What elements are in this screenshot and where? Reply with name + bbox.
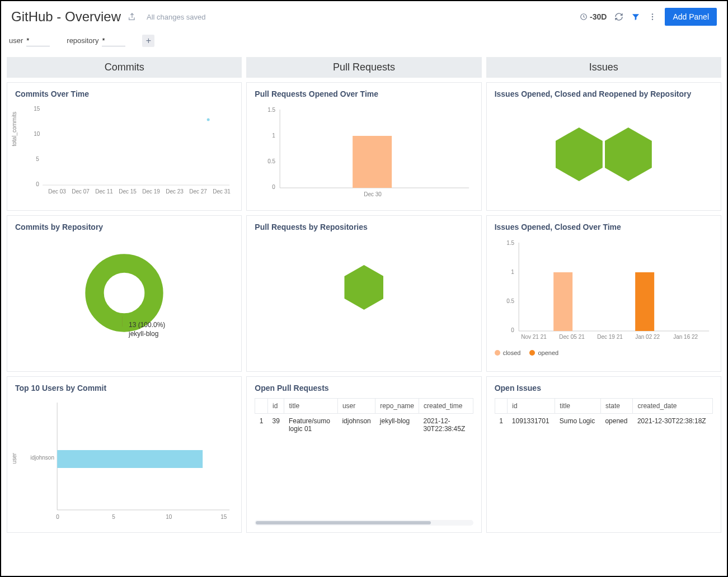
section-header-pulls: Pull Requests — [246, 57, 481, 78]
panel-title: Pull Requests Opened Over Time — [255, 89, 473, 98]
panel-top-users: Top 10 Users by Commit user idjohnson 0 … — [7, 376, 242, 533]
svg-text:Jan 02 22: Jan 02 22 — [635, 334, 660, 340]
users-bar-chart: idjohnson 0 5 10 15 — [15, 398, 233, 524]
filter-bar: user repository + — [1, 32, 727, 57]
svg-text:1.5: 1.5 — [267, 107, 275, 113]
svg-text:Dec 07: Dec 07 — [72, 188, 90, 195]
table-header-row: id title user repo_name created_time — [255, 399, 473, 414]
panel-issues-by-repo: Issues Opened, Closed and Reopened by Re… — [486, 82, 721, 211]
svg-text:1.5: 1.5 — [506, 240, 514, 246]
svg-rect-24 — [353, 136, 392, 188]
svg-text:5: 5 — [36, 156, 39, 162]
panel-title: Commits by Repository — [15, 223, 233, 231]
section-header-commits: Commits — [7, 57, 242, 78]
filter-icon[interactable] — [631, 12, 640, 21]
page-title: GitHub - Overview — [11, 9, 121, 25]
page-header: GitHub - Overview All changes saved -30D… — [1, 1, 727, 32]
panel-title: Top 10 Users by Commit — [15, 384, 233, 392]
svg-text:10: 10 — [166, 514, 172, 520]
svg-text:Dec 03: Dec 03 — [48, 188, 66, 195]
y-axis-label: total_commits — [11, 112, 17, 146]
svg-text:idjohnson: idjohnson — [30, 455, 54, 461]
horizontal-scrollbar[interactable] — [255, 520, 473, 526]
svg-text:Dec 19: Dec 19 — [142, 188, 160, 195]
svg-text:10: 10 — [34, 131, 40, 137]
svg-point-9 — [207, 119, 210, 121]
open-issues-table: id title state created_date 1 1091331701… — [495, 398, 713, 429]
add-filter-button[interactable]: + — [142, 35, 154, 47]
svg-text:0: 0 — [511, 327, 514, 333]
donut-chart — [85, 254, 163, 332]
svg-text:Dec 27: Dec 27 — [189, 188, 207, 195]
donut-label: 13 (100.0%) jekyll-blog — [129, 321, 165, 338]
issues-bar-chart: 1.5 1 0.5 0 Nov 21 21 Dec 05 21 Dec 19 2… — [495, 237, 713, 346]
svg-point-1 — [652, 13, 653, 15]
svg-text:1: 1 — [272, 133, 275, 139]
table-header-row: id title state created_date — [495, 399, 712, 414]
svg-rect-33 — [553, 272, 572, 331]
svg-text:Jan 16 22: Jan 16 22 — [673, 334, 698, 340]
commits-scatter-chart: 15 10 5 0 Dec 03 Dec 07 Dec 11 Dec 15 De… — [15, 104, 233, 199]
svg-text:Nov 21 21: Nov 21 21 — [521, 334, 547, 340]
panel-pr-opened-over-time: Pull Requests Opened Over Time 1.5 1 0.5… — [246, 82, 481, 211]
svg-text:0: 0 — [272, 184, 275, 190]
filter-repository[interactable]: repository — [67, 35, 125, 46]
table-row[interactable]: 1 39 Feature/sumo logic 01 idjohnson jek… — [255, 414, 473, 437]
svg-text:Dec 31: Dec 31 — [213, 188, 231, 195]
share-icon[interactable] — [128, 12, 137, 21]
svg-text:1: 1 — [511, 269, 514, 275]
svg-text:0.5: 0.5 — [506, 298, 514, 304]
panel-pr-by-repo: Pull Requests by Repositories — [246, 215, 481, 372]
filter-user-input[interactable] — [26, 35, 50, 46]
save-status: All changes saved — [147, 13, 206, 21]
svg-point-26 — [95, 263, 154, 323]
svg-text:Dec 23: Dec 23 — [166, 188, 184, 195]
svg-point-2 — [652, 16, 653, 17]
panel-commits-over-time: Commits Over Time total_commits 15 10 5 … — [7, 82, 242, 211]
refresh-icon[interactable] — [614, 12, 623, 21]
open-pr-table: id title user repo_name created_time 1 3… — [255, 398, 473, 437]
more-menu-icon[interactable] — [648, 12, 657, 21]
panel-title: Open Pull Requests — [255, 384, 473, 392]
panel-commits-by-repo: Commits by Repository 13 (100.0%) jekyll… — [7, 215, 242, 372]
hex-icon — [344, 265, 383, 310]
svg-text:15: 15 — [220, 514, 227, 520]
time-range-selector[interactable]: -30D — [580, 12, 607, 21]
clock-icon — [580, 13, 588, 21]
panel-title: Open Issues — [495, 384, 713, 392]
svg-text:0.5: 0.5 — [267, 158, 275, 164]
section-header-issues: Issues — [486, 57, 721, 78]
pr-bar-chart: 1.5 1 0.5 0 Dec 30 — [255, 104, 473, 205]
panel-title: Commits Over Time — [15, 89, 233, 98]
svg-text:Dec 11: Dec 11 — [95, 188, 113, 195]
svg-text:5: 5 — [112, 514, 115, 520]
panel-open-pr: Open Pull Requests id title user repo_na… — [246, 376, 481, 533]
svg-text:Dec 19 21: Dec 19 21 — [597, 334, 623, 340]
svg-rect-42 — [57, 450, 203, 468]
add-panel-button[interactable]: Add Panel — [665, 8, 717, 26]
svg-rect-34 — [635, 272, 654, 331]
svg-text:Dec 05 21: Dec 05 21 — [559, 334, 585, 340]
filter-repository-input[interactable] — [102, 35, 125, 46]
chart-legend: closed opened — [495, 349, 713, 356]
panel-open-issues: Open Issues id title state created_date … — [486, 376, 721, 533]
table-row[interactable]: 1 1091331701 Sumo Logic opened 2021-12-3… — [495, 414, 712, 429]
svg-text:0: 0 — [36, 181, 39, 187]
panel-title: Pull Requests by Repositories — [255, 223, 473, 231]
y-axis-label: user — [11, 453, 17, 464]
svg-text:15: 15 — [34, 106, 40, 112]
hex-icon — [556, 127, 603, 181]
svg-point-3 — [652, 18, 653, 20]
panel-title: Issues Opened, Closed and Reopened by Re… — [495, 89, 713, 98]
panel-title: Issues Opened, Closed Over Time — [495, 223, 713, 231]
filter-user[interactable]: user — [9, 35, 50, 46]
svg-text:0: 0 — [56, 514, 59, 520]
panel-issues-over-time: Issues Opened, Closed Over Time 1.5 1 0.… — [486, 215, 721, 372]
hex-icon — [605, 127, 652, 181]
svg-text:Dec 30: Dec 30 — [364, 191, 382, 197]
svg-text:Dec 15: Dec 15 — [119, 188, 137, 195]
